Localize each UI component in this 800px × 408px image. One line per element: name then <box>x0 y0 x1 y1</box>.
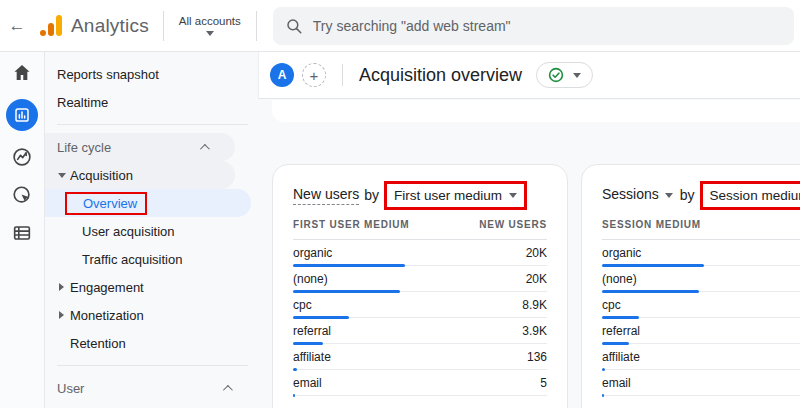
sidebar-item-life-cycle[interactable]: Life cycle <box>45 133 235 161</box>
table-row[interactable]: referral3.9K <box>293 318 547 344</box>
table-row[interactable]: organic <box>602 240 800 266</box>
account-selector[interactable]: All accounts <box>178 15 242 36</box>
row-label: cpc <box>602 298 621 312</box>
table-row[interactable]: organic20K <box>293 240 547 266</box>
table-row[interactable]: affiliate <box>602 344 800 370</box>
row-value: 5 <box>540 376 547 390</box>
row-bar <box>293 394 295 397</box>
sidebar-item-monetization[interactable]: Monetization <box>45 301 258 329</box>
logo-dot <box>40 30 46 36</box>
main-panel: A + Acquisition overview New users by <box>258 52 800 408</box>
row-bar <box>602 394 604 397</box>
sidebar-item-traffic-acquisition[interactable]: Traffic acquisition <box>45 245 258 273</box>
sidebar-item-engagement[interactable]: Engagement <box>45 273 258 301</box>
dimension-label: Session medium <box>710 188 800 203</box>
row-value: 3.9K <box>522 324 547 338</box>
by-label: by <box>364 187 379 203</box>
sidebar-item-retention[interactable]: Retention <box>45 329 258 357</box>
dimension-column-header: SESSION MEDIUM <box>602 219 701 230</box>
by-label: by <box>680 187 695 203</box>
row-label: cpc <box>293 298 312 312</box>
table-row[interactable]: email5 <box>293 370 547 396</box>
chevron-down-icon <box>665 193 673 198</box>
table-row[interactable]: cpc8.9K <box>293 292 547 318</box>
add-comparison-button[interactable]: + <box>302 63 326 87</box>
divider <box>342 64 343 86</box>
search-input[interactable] <box>313 18 782 34</box>
caret-right-icon <box>53 283 70 291</box>
row-label: email <box>293 376 322 390</box>
table-row[interactable]: (none)20K <box>293 266 547 292</box>
row-label: email <box>602 376 631 390</box>
sidebar-item-label: User acquisition <box>82 224 175 239</box>
sidebar-item-label: Overview <box>83 196 137 211</box>
dimension-selector[interactable]: Session medium <box>710 188 800 203</box>
library-icon[interactable] <box>10 221 34 245</box>
search-bar[interactable] <box>273 7 794 45</box>
divider <box>256 11 257 41</box>
sidebar-item-label: Realtime <box>57 95 108 110</box>
logo-bar-tall <box>56 15 62 36</box>
search-icon <box>285 17 303 35</box>
table-row[interactable]: referral <box>602 318 800 344</box>
home-icon[interactable] <box>10 61 34 85</box>
table-body: organic(none)cpcreferralaffiliateemail <box>602 240 800 396</box>
annotation-box: First user medium <box>384 181 527 210</box>
app-body: Reports snapshotRealtimeLife cycleAcquis… <box>0 52 800 408</box>
chevron-down-icon <box>509 193 517 198</box>
sidebar-item-acquisition[interactable]: Acquisition <box>45 161 235 189</box>
table-header: SESSION MEDIUM <box>602 219 800 240</box>
sidebar-item-label: User <box>57 381 84 396</box>
sidebar-item-overview[interactable]: Overview <box>45 189 251 217</box>
sidebar-item-label: Engagement <box>70 280 144 295</box>
analytics-logo-icon[interactable] <box>40 15 62 36</box>
sidebar-item-realtime[interactable]: Realtime <box>45 88 258 116</box>
sidebar-item-user-acquisition[interactable]: User acquisition <box>45 217 258 245</box>
left-icon-rail <box>0 52 45 408</box>
divider <box>57 124 248 125</box>
metric-selector[interactable]: New users <box>293 186 359 205</box>
table-body: organic20K(none)20Kcpc8.9Kreferral3.9Kaf… <box>293 240 547 396</box>
back-arrow-icon[interactable]: ← <box>0 16 34 36</box>
sidebar-item-reports-snapshot[interactable]: Reports snapshot <box>45 60 258 88</box>
report-header: A + Acquisition overview <box>258 52 800 99</box>
account-selector-label: All accounts <box>179 15 241 27</box>
caret-down-icon <box>53 173 70 178</box>
table-row[interactable]: (none) <box>602 266 800 292</box>
avatar[interactable]: A <box>270 63 294 87</box>
sidebar-item-label: Monetization <box>70 308 144 323</box>
sidebar-item-user[interactable]: User <box>45 374 258 402</box>
row-label: affiliate <box>602 350 640 364</box>
page-title: Acquisition overview <box>359 65 522 86</box>
reports-icon[interactable] <box>6 99 38 131</box>
row-label: referral <box>293 324 331 338</box>
explore-icon[interactable] <box>10 145 34 169</box>
advertising-icon[interactable] <box>10 183 34 207</box>
dimension-selector[interactable]: First user medium <box>394 188 517 203</box>
annotation-box: Session medium <box>700 181 800 210</box>
row-label: affiliate <box>293 350 331 364</box>
table-row[interactable]: cpc <box>602 292 800 318</box>
cards-row: New users by First user medium FIRST USE… <box>272 164 800 408</box>
table-row[interactable]: affiliate136 <box>293 344 547 370</box>
dimension-label: First user medium <box>394 188 502 203</box>
sidebar-item-label: Acquisition <box>70 168 133 183</box>
sidebar-item-demographics[interactable]: Demographics <box>45 402 258 408</box>
card-title: New users by First user medium <box>293 177 547 213</box>
value-column-header: NEW USERS <box>479 219 547 230</box>
sidebar-item-label: Reports snapshot <box>57 67 159 82</box>
chevron-down-icon <box>206 31 214 36</box>
table-row[interactable]: email <box>602 370 800 396</box>
new-users-by-medium-card: New users by First user medium FIRST USE… <box>272 164 568 408</box>
sidebar: Reports snapshotRealtimeLife cycleAcquis… <box>45 52 258 408</box>
topbar: ← Analytics All accounts <box>0 0 800 52</box>
row-label: (none) <box>293 272 328 286</box>
row-value: 136 <box>527 350 547 364</box>
caret-right-icon <box>53 311 70 319</box>
report-status-selector[interactable] <box>536 62 593 88</box>
metric-label: Sessions <box>602 186 659 202</box>
divider <box>57 365 248 366</box>
check-circle-icon <box>548 67 564 83</box>
row-label: referral <box>602 324 640 338</box>
metric-selector[interactable]: Sessions <box>602 186 659 204</box>
